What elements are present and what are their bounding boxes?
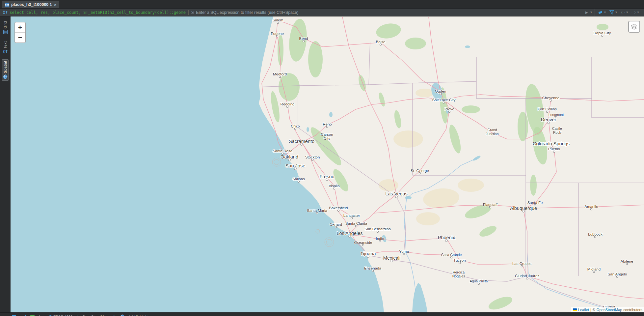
highlight-toggle[interactable]: i Highlight... xyxy=(129,315,151,316)
forest-patch xyxy=(518,112,528,141)
city-marker xyxy=(550,100,551,101)
city-label: Indio xyxy=(376,237,384,241)
city-marker xyxy=(351,217,352,219)
city-marker xyxy=(380,43,381,45)
expand-filter-icon[interactable]: ⇲ xyxy=(191,10,194,14)
layers-control[interactable] xyxy=(628,21,640,33)
pin-icon xyxy=(49,315,52,316)
city-label: Fresno xyxy=(319,174,334,179)
city-label: Colorado Springs xyxy=(533,141,570,146)
result-tab[interactable]: places_h3_t100000 1 × xyxy=(2,1,59,8)
city-label: Agua Prieta xyxy=(470,279,488,283)
city-marker xyxy=(362,244,364,246)
map-zoom-control: + − xyxy=(14,22,26,43)
city-label: Santa Fe xyxy=(527,201,543,205)
city-marker xyxy=(521,265,523,267)
city-label: Sacramento xyxy=(289,139,314,144)
osm-link[interactable]: OpenStreetMap xyxy=(597,308,622,312)
city-label: Santa Rosa xyxy=(273,149,293,153)
text-icon: ⟨⟩T xyxy=(3,50,8,53)
city-marker xyxy=(440,93,441,95)
city-marker xyxy=(590,208,592,210)
city-marker xyxy=(286,106,288,107)
city-label: San Bernardino xyxy=(364,227,391,231)
apply-filter-button[interactable]: ▶ xyxy=(585,11,588,14)
city-marker xyxy=(553,151,555,152)
city-label: Oxnard xyxy=(330,222,342,226)
filter-sql-text[interactable]: select cell, res, place_count, ST_SetSRI… xyxy=(10,10,186,15)
city-label: Las Cruces xyxy=(512,262,531,266)
city-label: Visalia xyxy=(329,184,340,188)
city-marker xyxy=(546,111,548,112)
city-label: Medford xyxy=(273,72,287,76)
tab-text[interactable]: Text ⟨⟩T xyxy=(2,40,8,55)
lake xyxy=(307,127,309,132)
lake xyxy=(329,112,333,117)
leaflet-link[interactable]: Leaflet xyxy=(578,308,589,312)
forest-patch xyxy=(462,105,480,113)
city-label: CastleRock xyxy=(552,127,562,134)
city-marker xyxy=(448,111,450,112)
map-canvas[interactable]: SalemEugeneBendBoiseRapid CityMedfordRed… xyxy=(11,16,644,312)
sand-patch xyxy=(416,212,440,225)
city-label: Albuquerque xyxy=(510,206,537,211)
city-label: Salt Lake City xyxy=(432,98,456,102)
filter-history-dropdown[interactable]: ▼ xyxy=(590,11,593,14)
forest-patch xyxy=(530,175,537,196)
tab-spatial[interactable]: Spatial xyxy=(2,59,9,81)
city-label: San Angelo xyxy=(608,272,627,276)
city-marker xyxy=(298,181,299,182)
filter-icon-group: ▼ ▼ ⇦▼ ⇨▼ xyxy=(595,9,643,16)
spatial-map-viewport[interactable]: SalemEugeneBendBoiseRapid CityMedfordRed… xyxy=(11,16,644,312)
city-marker xyxy=(626,263,628,265)
zoom-out-button[interactable]: − xyxy=(15,33,25,43)
save-icon[interactable] xyxy=(30,315,35,316)
globe-mode-icon[interactable] xyxy=(120,314,124,316)
city-marker xyxy=(601,35,603,36)
city-label: GrandJunction xyxy=(486,128,498,136)
back-arrow-icon[interactable]: ⇦▼ xyxy=(621,9,628,15)
forward-arrow-icon[interactable]: ⇨▼ xyxy=(632,9,639,15)
crs-selector[interactable]: EPSG:4326 xyxy=(49,315,72,316)
city-marker xyxy=(419,172,420,174)
flip-icon[interactable]: ⇧ xyxy=(113,315,116,316)
lake xyxy=(405,196,412,199)
layers-icon xyxy=(631,24,637,30)
city-marker xyxy=(478,283,479,284)
city-label: Amarillo xyxy=(584,205,598,209)
dbeaver-results-window: places_h3_t100000 1 × ⟨⟩T select cell, r… xyxy=(0,0,644,316)
city-marker xyxy=(450,256,452,258)
file-icon[interactable] xyxy=(39,315,44,316)
city-label: San Jose xyxy=(285,163,305,168)
city-label: Santa Maria xyxy=(307,209,328,213)
city-marker xyxy=(316,212,318,214)
city-marker xyxy=(377,231,378,232)
table-grid-icon xyxy=(5,3,9,7)
globe-small-icon xyxy=(120,314,124,316)
sql-text-icon: ⟨⟩T xyxy=(1,10,8,14)
city-label: Phoenix xyxy=(438,235,455,240)
zoom-in-button[interactable]: + xyxy=(15,22,25,33)
city-label: Casa Grande xyxy=(441,253,462,257)
city-label: Rapid City xyxy=(593,31,611,35)
save-filter-icon[interactable]: ▼ xyxy=(598,10,606,14)
city-marker xyxy=(335,226,336,228)
city-label: Ogden xyxy=(435,89,446,93)
city-label: Provo xyxy=(444,107,454,111)
tab-grid[interactable]: Grid xyxy=(3,20,8,35)
tile-provider-selector[interactable]: OpenStreetMap xyxy=(77,315,108,316)
sand-patch xyxy=(458,179,484,192)
custom-filter-icon[interactable]: ▼ xyxy=(609,10,617,14)
close-tab-icon[interactable]: × xyxy=(54,2,57,7)
city-marker xyxy=(279,76,281,77)
filter-divider: | xyxy=(188,10,189,15)
grid-icon xyxy=(3,30,8,34)
filter-placeholder[interactable]: Enter a SQL expression to filter results… xyxy=(196,10,583,15)
panel-left-icon[interactable] xyxy=(12,315,16,316)
city-label: Ciudad Juárez xyxy=(515,274,539,278)
city-marker xyxy=(333,187,335,189)
panel-outline-icon[interactable] xyxy=(21,315,26,316)
city-marker xyxy=(303,40,304,42)
city-label: Cheyenne xyxy=(542,96,559,100)
map-attribution: Leaflet | © OpenStreetMap contributors xyxy=(571,307,644,312)
